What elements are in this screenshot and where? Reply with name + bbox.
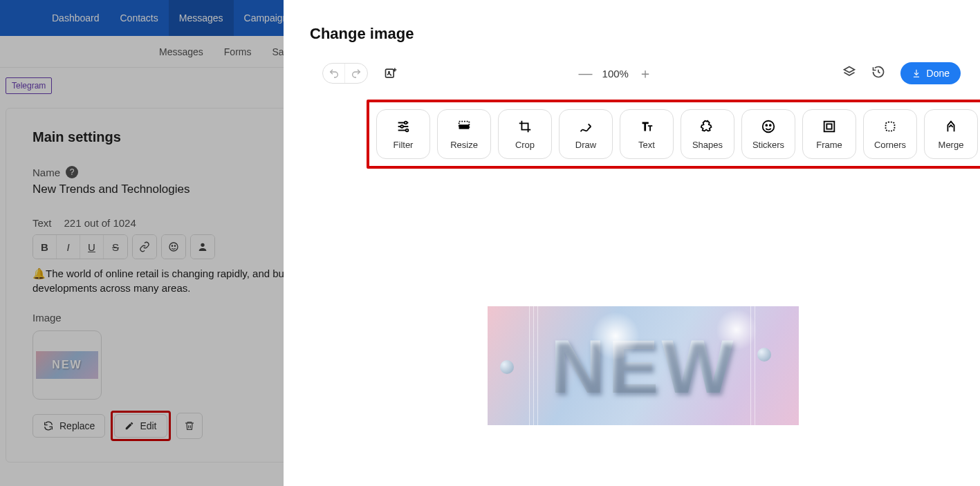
person-button[interactable] (191, 235, 214, 259)
subnav-forms[interactable]: Forms (224, 46, 252, 57)
editor-toolbar: — 100% ＋ Done (284, 43, 980, 84)
italic-button[interactable]: I (57, 235, 80, 259)
redo-button[interactable] (345, 64, 367, 83)
underline-button[interactable]: U (80, 235, 104, 259)
delete-button[interactable] (176, 413, 203, 439)
svg-point-12 (766, 124, 767, 126)
svg-point-8 (406, 129, 409, 131)
svg-point-1 (172, 245, 172, 246)
download-icon (912, 68, 921, 78)
layers-icon (842, 65, 856, 79)
edit-button[interactable]: Edit (114, 414, 167, 438)
trash-icon (184, 420, 195, 431)
lens-flare (716, 309, 757, 351)
frame-icon (822, 119, 837, 134)
subnav-messages[interactable]: Messages (159, 46, 203, 57)
sphere-decoration (500, 360, 514, 374)
resize-icon (456, 119, 472, 134)
history-button[interactable] (871, 65, 885, 82)
lens-flare (591, 312, 640, 360)
svg-point-6 (405, 121, 407, 124)
crop-icon (517, 119, 533, 134)
editor-title: Change image (284, 0, 980, 43)
nav-messages[interactable]: Messages (169, 0, 234, 36)
tools-highlight: Filter Resize Crop Draw Text Shapes Stic… (367, 100, 980, 169)
link-button[interactable] (133, 235, 156, 259)
zoom-in-button[interactable]: ＋ (638, 64, 652, 83)
canvas-text: NEW (551, 322, 737, 410)
nav-dashboard[interactable]: Dashboard (41, 0, 110, 36)
help-icon[interactable]: ? (66, 166, 78, 178)
sphere-decoration (757, 348, 771, 362)
undo-button[interactable] (323, 64, 345, 83)
svg-rect-10 (459, 124, 470, 129)
merge-icon (943, 119, 959, 134)
bold-button[interactable]: B (33, 235, 57, 259)
tool-stickers[interactable]: Stickers (741, 109, 795, 159)
stickers-icon (761, 119, 776, 134)
image-canvas[interactable]: NEW (488, 306, 799, 425)
zoom-control: — 100% ＋ (579, 64, 652, 83)
name-label: Name (33, 167, 60, 178)
image-thumbnail[interactable]: NEW (33, 330, 102, 400)
svg-point-3 (201, 243, 204, 247)
tool-filter[interactable]: Filter (376, 109, 430, 159)
text-label: Text (33, 217, 52, 229)
refresh-icon (43, 420, 54, 431)
channel-chip[interactable]: Telegram (6, 77, 52, 94)
tool-shapes[interactable]: Shapes (681, 109, 734, 159)
svg-point-11 (763, 120, 775, 132)
svg-rect-15 (826, 124, 831, 129)
person-icon (197, 241, 208, 252)
svg-point-7 (400, 125, 403, 128)
done-button[interactable]: Done (900, 62, 961, 84)
filter-icon (396, 119, 411, 134)
shapes-icon (700, 119, 715, 134)
svg-point-2 (174, 245, 175, 246)
add-image-button[interactable] (382, 64, 400, 82)
replace-button[interactable]: Replace (33, 414, 105, 438)
add-image-icon (384, 66, 398, 80)
svg-point-5 (389, 72, 390, 73)
history-icon (871, 65, 885, 79)
svg-rect-14 (824, 121, 835, 131)
tool-merge[interactable]: Merge (924, 109, 978, 159)
nav-contacts[interactable]: Contacts (110, 0, 169, 36)
svg-rect-16 (886, 122, 895, 131)
edit-highlight: Edit (111, 411, 170, 441)
tool-resize[interactable]: Resize (437, 109, 491, 159)
strike-button[interactable]: S (104, 235, 127, 259)
text-counter: 221 out of 1024 (64, 217, 136, 229)
image-editor-panel: Change image — 100% ＋ (284, 0, 980, 486)
emoji-button[interactable] (162, 235, 185, 259)
pencil-icon (124, 421, 134, 431)
svg-point-0 (169, 243, 178, 251)
text-icon (639, 119, 654, 134)
layers-button[interactable] (842, 65, 856, 82)
zoom-value: 100% (602, 68, 629, 80)
tool-draw[interactable]: Draw (559, 109, 613, 159)
undo-icon (329, 68, 340, 79)
corners-icon (882, 119, 898, 134)
redo-icon (351, 68, 362, 79)
link-icon (139, 241, 150, 252)
draw-icon (578, 119, 593, 134)
tool-text[interactable]: Text (620, 109, 674, 159)
svg-point-13 (770, 124, 771, 126)
tool-corners[interactable]: Corners (863, 109, 917, 159)
tool-crop[interactable]: Crop (498, 109, 552, 159)
zoom-out-button[interactable]: — (579, 66, 593, 82)
tool-frame[interactable]: Frame (802, 109, 856, 159)
emoji-icon (168, 241, 179, 252)
thumb-preview: NEW (36, 351, 98, 379)
